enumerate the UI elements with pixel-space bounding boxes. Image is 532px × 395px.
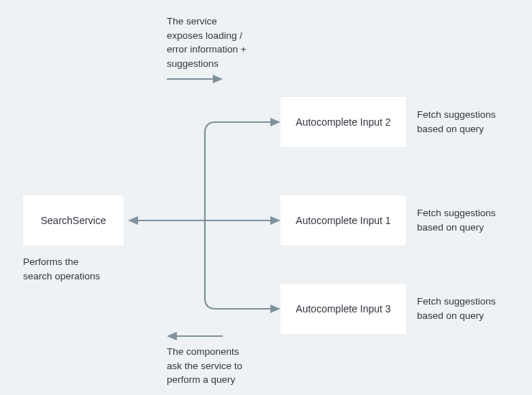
autocomplete-caption-2: Fetch suggestionsbased on query [417,108,518,136]
service-node: SearchService [23,195,124,246]
autocomplete-caption-3: Fetch suggestionsbased on query [417,294,518,322]
autocomplete-node-3: Autocomplete Input 3 [280,284,406,334]
arrowhead-right-top-icon [270,118,280,126]
service-label: SearchService [40,215,106,226]
arrowhead-annot-top-icon [213,75,223,83]
service-caption: Performs thesearch operations [23,255,131,283]
top-annotation: The serviceexposes loading /error inform… [167,14,282,70]
autocomplete-label-2: Autocomplete Input 2 [295,116,390,128]
autocomplete-label-1: Autocomplete Input 1 [295,215,390,226]
bottom-annotation: The componentsask the service toperform … [167,345,282,387]
autocomplete-caption-1: Fetch suggestionsbased on query [417,206,518,234]
arrowhead-right-bottom-icon [270,305,280,313]
autocomplete-node-1: Autocomplete Input 1 [280,195,406,246]
connector-branch-top [205,122,273,220]
autocomplete-label-3: Autocomplete Input 3 [295,303,390,315]
arrowhead-right-middle-icon [270,216,280,225]
autocomplete-node-2: Autocomplete Input 2 [280,97,406,147]
arrowhead-annot-bottom-icon [167,332,177,340]
arrowhead-left-icon [128,216,138,225]
connector-branch-bottom [205,220,273,309]
